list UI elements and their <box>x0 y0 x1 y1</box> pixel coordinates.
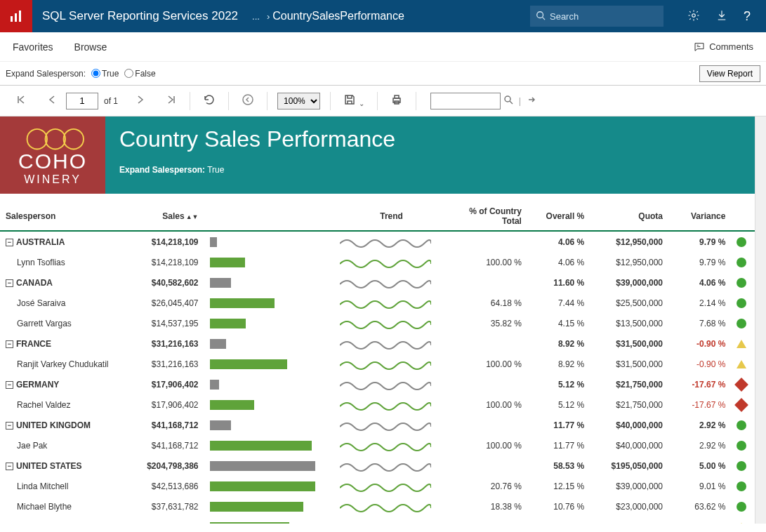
find-button[interactable] <box>501 92 516 109</box>
gear-icon[interactable] <box>687 9 700 24</box>
svg-line-4 <box>543 17 546 20</box>
cell-trend <box>334 272 449 293</box>
first-page-button[interactable] <box>13 91 29 110</box>
cell-name: Jae Pak <box>0 435 133 455</box>
find-input[interactable] <box>430 93 501 109</box>
expand-toggle[interactable]: − <box>6 340 13 348</box>
col-trend[interactable]: Trend <box>334 202 449 231</box>
status-indicator-icon <box>737 502 746 512</box>
cell-bar <box>204 354 334 374</box>
page-number-input[interactable] <box>66 93 98 109</box>
cell-overall: 5.12 % <box>527 374 590 394</box>
tab-favorites[interactable]: Favorites <box>13 41 53 53</box>
view-report-button[interactable]: View Report <box>699 65 760 82</box>
cell-sales: $40,582,602 <box>133 272 204 293</box>
cell-sales: $37,631,782 <box>133 496 204 517</box>
cell-bar <box>204 496 334 517</box>
table-row: José Saraiva$26,045,40764.18 %7.44 %$25,… <box>0 293 755 313</box>
sort-icon: ▲▼ <box>186 213 199 220</box>
table-row: Jillian Carson$31,894,18415.57 %9.12 %$3… <box>0 517 755 524</box>
scrollbar[interactable] <box>755 117 766 524</box>
cell-overall: 4.06 % <box>527 252 590 272</box>
parameter-bar: Expand Salesperson: True False View Repo… <box>0 62 766 86</box>
col-variance[interactable]: Variance <box>668 202 731 231</box>
cell-quota: $23,000,000 <box>590 496 668 517</box>
svg-rect-2 <box>19 11 21 22</box>
expand-toggle[interactable]: − <box>6 463 13 470</box>
search-box[interactable] <box>530 6 663 27</box>
search-input[interactable] <box>550 11 658 22</box>
cell-trend <box>334 415 449 435</box>
cell-bar <box>204 252 334 272</box>
last-page-button[interactable] <box>163 91 180 110</box>
cell-sales: $204,798,386 <box>133 455 204 476</box>
cell-pct <box>449 415 527 435</box>
cell-name: Garrett Vargas <box>0 313 133 333</box>
col-quota[interactable]: Quota <box>590 202 668 231</box>
cell-pct: 100.00 % <box>449 252 527 272</box>
cell-pct: 15.57 % <box>449 517 527 524</box>
ssrs-logo-icon[interactable] <box>0 0 32 32</box>
expand-toggle[interactable]: − <box>6 381 13 389</box>
cell-bar <box>204 333 334 354</box>
cell-quota: $195,050,000 <box>590 455 668 476</box>
find-next-button[interactable] <box>524 92 539 109</box>
cell-overall: 11.77 % <box>527 415 590 435</box>
zoom-select[interactable]: 100% <box>277 93 320 109</box>
cell-variance: 2.14 % <box>668 293 731 313</box>
status-indicator-icon <box>735 378 749 392</box>
cell-overall: 8.92 % <box>527 354 590 374</box>
cell-bar <box>204 272 334 293</box>
prev-page-button[interactable] <box>44 91 60 110</box>
param-true-label: True <box>102 69 119 79</box>
status-indicator-icon <box>737 461 746 471</box>
breadcrumb-ellipsis[interactable]: ... <box>248 11 264 22</box>
cell-quota: $39,000,000 <box>590 476 668 496</box>
save-button[interactable]: ⌄ <box>341 91 367 111</box>
cell-indicator <box>731 415 755 435</box>
cell-name: Jillian Carson <box>0 517 133 524</box>
cell-pct: 64.18 % <box>449 293 527 313</box>
cell-trend <box>334 231 449 252</box>
cell-quota: $12,950,000 <box>590 231 668 252</box>
status-indicator-icon <box>737 237 746 247</box>
refresh-button[interactable] <box>200 91 218 111</box>
breadcrumb-current[interactable]: CountrySalesPerformance <box>272 10 418 22</box>
next-page-button[interactable] <box>132 91 149 110</box>
cell-variance: -17.67 % <box>668 394 731 415</box>
cell-name: −GERMANY <box>0 374 133 394</box>
expand-toggle[interactable]: − <box>6 279 13 287</box>
cell-variance: 2.92 % <box>668 415 731 435</box>
col-salesperson[interactable]: Salesperson <box>0 202 133 231</box>
cell-indicator <box>731 394 755 415</box>
cell-quota: $21,750,000 <box>590 394 668 415</box>
back-button[interactable] <box>239 91 257 111</box>
coho-logo: ◯◯◯ COHO WINERY <box>0 117 105 194</box>
sales-table: Salesperson Sales▲▼ Trend % of Country T… <box>0 202 755 524</box>
cell-trend <box>334 374 449 394</box>
cell-overall: 58.53 % <box>527 455 590 476</box>
status-indicator-icon <box>737 258 746 267</box>
report-banner: ◯◯◯ COHO WINERY Country Sales Performanc… <box>0 117 755 194</box>
tab-browse[interactable]: Browse <box>74 41 107 53</box>
expand-toggle[interactable]: − <box>6 422 13 430</box>
comments-button[interactable]: Comments <box>694 41 753 53</box>
coho-logo-text2: WINERY <box>24 173 81 186</box>
help-icon[interactable]: ? <box>744 9 751 24</box>
download-icon[interactable] <box>715 9 728 24</box>
cell-overall: 8.92 % <box>527 333 590 354</box>
param-true-radio[interactable] <box>91 69 100 78</box>
cell-name: Rachel Valdez <box>0 394 133 415</box>
cell-name: −FRANCE <box>0 333 133 354</box>
table-row: Ranjit Varkey Chudukatil$31,216,163100.0… <box>0 354 755 374</box>
cell-indicator <box>731 435 755 455</box>
print-button[interactable] <box>388 91 406 111</box>
col-sales[interactable]: Sales▲▼ <box>133 202 204 231</box>
svg-rect-1 <box>15 13 17 22</box>
cell-bar <box>204 517 334 524</box>
col-pct-country[interactable]: % of Country Total <box>449 202 527 231</box>
param-false-radio[interactable] <box>124 69 133 78</box>
col-overall[interactable]: Overall % <box>527 202 590 231</box>
cell-indicator <box>731 496 755 517</box>
expand-toggle[interactable]: − <box>6 239 13 246</box>
